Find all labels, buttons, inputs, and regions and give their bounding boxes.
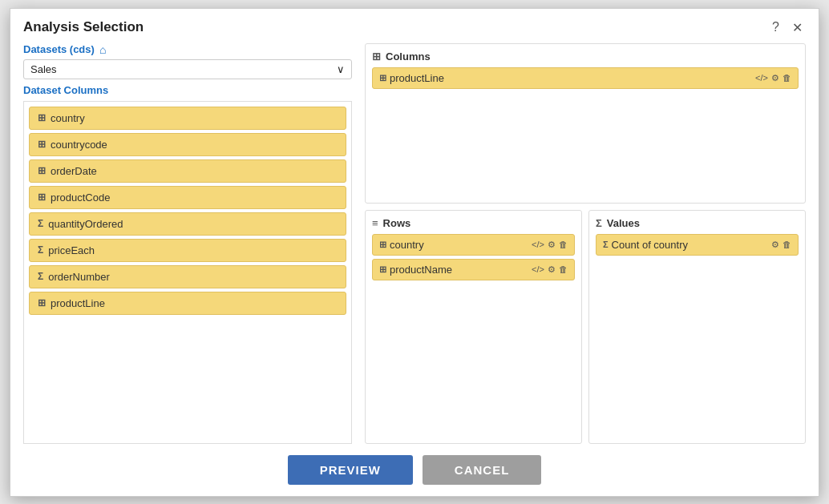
code-icon[interactable]: </> bbox=[755, 73, 768, 83]
rows-drop-zone: ≡ Rows ⊞ country </> ⚙ 🗑 ⊞ bbox=[365, 210, 582, 444]
col-type-icon: ⊞ bbox=[38, 112, 46, 123]
dataset-select[interactable]: Sales ∨ bbox=[23, 59, 352, 79]
analysis-selection-dialog: Analysis Selection ? ✕ Datasets (cds) ⌂ … bbox=[10, 8, 819, 497]
col-label: productCode bbox=[51, 192, 110, 204]
field-type-icon: ⊞ bbox=[379, 240, 386, 250]
dialog-header: Analysis Selection ? ✕ bbox=[10, 9, 819, 43]
column-item-orderNumber[interactable]: Σ orderNumber bbox=[29, 265, 346, 288]
rows-values-row: ≡ Rows ⊞ country </> ⚙ 🗑 ⊞ bbox=[365, 210, 806, 444]
columns-list: ⊞ country⊞ countrycode⊞ orderDate⊞ produ… bbox=[23, 101, 352, 444]
close-icon[interactable]: ✕ bbox=[789, 18, 806, 37]
field-actions: </> ⚙ 🗑 bbox=[532, 264, 568, 275]
col-label: priceEach bbox=[48, 244, 95, 256]
field-item: ⊞ productName </> ⚙ 🗑 bbox=[372, 259, 575, 280]
col-label: orderDate bbox=[51, 165, 97, 177]
dialog-body: Datasets (cds) ⌂ Sales ∨ Dataset Columns… bbox=[10, 43, 819, 444]
field-actions: ⚙ 🗑 bbox=[771, 240, 791, 250]
col-type-icon: ⊞ bbox=[38, 297, 46, 308]
field-actions: </> ⚙ 🗑 bbox=[755, 73, 791, 83]
column-item-productCode[interactable]: ⊞ productCode bbox=[29, 186, 346, 209]
field-label: country bbox=[390, 239, 528, 251]
col-label: country bbox=[51, 112, 85, 124]
columns-fields: ⊞ productLine </> ⚙ 🗑 bbox=[372, 67, 799, 89]
column-item-country[interactable]: ⊞ country bbox=[29, 107, 346, 130]
col-type-icon: Σ bbox=[38, 244, 43, 256]
col-label: productLine bbox=[51, 297, 105, 309]
cancel-button[interactable]: CANCEL bbox=[423, 455, 542, 485]
delete-icon[interactable]: 🗑 bbox=[559, 264, 568, 274]
values-zone-icon: Σ bbox=[596, 217, 602, 229]
field-item: ⊞ country </> ⚙ 🗑 bbox=[372, 234, 575, 256]
columns-zone-icon: ⊞ bbox=[372, 50, 381, 62]
field-label: productName bbox=[390, 264, 528, 276]
home-icon[interactable]: ⌂ bbox=[99, 43, 106, 56]
col-type-icon: ⊞ bbox=[38, 139, 46, 150]
settings-icon[interactable]: ⚙ bbox=[771, 240, 779, 250]
left-panel: Datasets (cds) ⌂ Sales ∨ Dataset Columns… bbox=[23, 43, 352, 444]
dialog-footer: PREVIEW CANCEL bbox=[10, 444, 819, 496]
column-item-quantityOrdered[interactable]: Σ quantityOrdered bbox=[29, 212, 346, 236]
values-fields: Σ Count of country ⚙ 🗑 bbox=[596, 234, 799, 256]
columns-drop-zone: ⊞ Columns ⊞ productLine </> ⚙ 🗑 bbox=[365, 43, 806, 204]
right-panel: ⊞ Columns ⊞ productLine </> ⚙ 🗑 bbox=[362, 43, 806, 444]
field-type-icon: Σ bbox=[603, 240, 609, 249]
settings-icon[interactable]: ⚙ bbox=[771, 73, 779, 83]
delete-icon[interactable]: 🗑 bbox=[559, 240, 568, 249]
code-icon[interactable]: </> bbox=[532, 264, 544, 274]
field-label: Count of country bbox=[612, 239, 768, 251]
columns-zone-title: ⊞ Columns bbox=[372, 50, 799, 62]
values-drop-zone: Σ Values Σ Count of country ⚙ 🗑 bbox=[588, 210, 806, 444]
col-label: orderNumber bbox=[48, 271, 110, 283]
col-label: quantityOrdered bbox=[48, 218, 123, 230]
settings-icon[interactable]: ⚙ bbox=[548, 240, 556, 250]
dialog-header-icons: ? ✕ bbox=[769, 18, 806, 37]
preview-button[interactable]: PREVIEW bbox=[288, 455, 413, 485]
col-type-icon: ⊞ bbox=[38, 192, 46, 203]
chevron-down-icon: ∨ bbox=[337, 63, 345, 75]
datasets-label: Datasets (cds) ⌂ bbox=[23, 43, 352, 56]
col-type-icon: Σ bbox=[38, 218, 43, 229]
field-label: productLine bbox=[390, 72, 752, 84]
settings-icon[interactable]: ⚙ bbox=[548, 264, 556, 275]
dialog-title: Analysis Selection bbox=[23, 19, 769, 35]
rows-zone-title: ≡ Rows bbox=[372, 217, 575, 229]
col-type-icon: Σ bbox=[38, 271, 43, 282]
col-label: countrycode bbox=[51, 139, 107, 151]
column-item-orderDate[interactable]: ⊞ orderDate bbox=[29, 159, 346, 183]
field-actions: </> ⚙ 🗑 bbox=[532, 240, 568, 250]
column-item-productLine[interactable]: ⊞ productLine bbox=[29, 292, 346, 315]
help-icon[interactable]: ? bbox=[769, 18, 782, 36]
rows-zone-icon: ≡ bbox=[372, 217, 378, 229]
values-zone-title: Σ Values bbox=[596, 217, 799, 229]
selected-dataset-label: Sales bbox=[30, 63, 57, 75]
field-item: Σ Count of country ⚙ 🗑 bbox=[596, 234, 799, 256]
delete-icon[interactable]: 🗑 bbox=[782, 240, 791, 249]
field-type-icon: ⊞ bbox=[379, 73, 386, 83]
col-type-icon: ⊞ bbox=[38, 165, 46, 176]
rows-fields: ⊞ country </> ⚙ 🗑 ⊞ productName bbox=[372, 234, 575, 280]
column-item-priceEach[interactable]: Σ priceEach bbox=[29, 239, 346, 262]
column-item-countrycode[interactable]: ⊞ countrycode bbox=[29, 133, 346, 156]
field-item: ⊞ productLine </> ⚙ 🗑 bbox=[372, 67, 799, 89]
code-icon[interactable]: </> bbox=[532, 240, 544, 249]
dataset-columns-label: Dataset Columns bbox=[23, 84, 352, 96]
field-type-icon: ⊞ bbox=[379, 264, 386, 275]
delete-icon[interactable]: 🗑 bbox=[782, 73, 791, 83]
